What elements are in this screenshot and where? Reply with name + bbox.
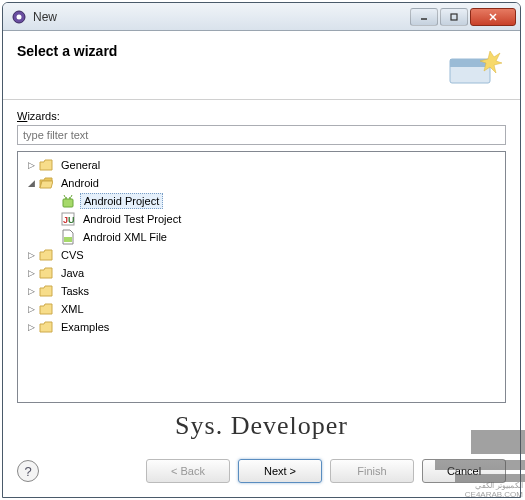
tree-item-cvs[interactable]: ▷ CVS (20, 246, 503, 264)
tree-item-android-project[interactable]: Android Project (20, 192, 503, 210)
expand-icon[interactable]: ▷ (24, 250, 38, 260)
window-title: New (33, 10, 410, 24)
finish-button[interactable]: Finish (330, 459, 414, 483)
tree-item-general[interactable]: ▷ General (20, 156, 503, 174)
tree-item-tasks[interactable]: ▷ Tasks (20, 282, 503, 300)
collapse-icon[interactable]: ◢ (24, 178, 38, 188)
window-controls (410, 8, 516, 26)
tree-label: Android XML File (80, 230, 170, 244)
help-button[interactable]: ? (17, 460, 39, 482)
tree-item-android[interactable]: ◢ Android (20, 174, 503, 192)
titlebar[interactable]: New (3, 3, 520, 31)
folder-icon (38, 157, 54, 173)
svg-rect-3 (451, 14, 457, 20)
watermark-text: Sys. Developer (17, 403, 506, 445)
xml-file-icon (60, 229, 76, 245)
svg-point-10 (69, 197, 71, 199)
wizards-label: Wizards: (17, 110, 506, 122)
android-project-icon (60, 193, 76, 209)
tree-label: Tasks (58, 284, 92, 298)
folder-icon (38, 301, 54, 317)
minimize-button[interactable] (410, 8, 438, 26)
wizard-banner-icon (442, 43, 506, 91)
folder-icon (38, 319, 54, 335)
cancel-button[interactable]: Cancel (422, 459, 506, 483)
expand-icon[interactable]: ▷ (24, 268, 38, 278)
filter-input[interactable] (17, 125, 506, 145)
wizard-tree[interactable]: ▷ General ◢ Android Android Project JU A… (17, 151, 506, 403)
tree-item-java[interactable]: ▷ Java (20, 264, 503, 282)
tree-label: Android Test Project (80, 212, 184, 226)
svg-rect-8 (63, 199, 73, 207)
tree-label: Examples (58, 320, 112, 334)
tree-label: Java (58, 266, 87, 280)
back-button[interactable]: < Back (146, 459, 230, 483)
expand-icon[interactable]: ▷ (24, 322, 38, 332)
svg-rect-14 (64, 237, 72, 242)
folder-open-icon (38, 175, 54, 191)
junit-icon: JU (60, 211, 76, 227)
tree-item-android-xml[interactable]: Android XML File (20, 228, 503, 246)
svg-text:U: U (68, 215, 75, 225)
expand-icon[interactable]: ▷ (24, 286, 38, 296)
close-button[interactable] (470, 8, 516, 26)
tree-label: Android (58, 176, 102, 190)
dialog-header: Select a wizard (3, 31, 520, 100)
folder-icon (38, 247, 54, 263)
app-icon (11, 9, 27, 25)
tree-item-xml[interactable]: ▷ XML (20, 300, 503, 318)
folder-icon (38, 283, 54, 299)
svg-point-9 (65, 197, 67, 199)
dialog-content: Wizards: ▷ General ◢ Android Android Pro… (3, 100, 520, 449)
maximize-button[interactable] (440, 8, 468, 26)
expand-icon[interactable]: ▷ (24, 160, 38, 170)
tree-label: CVS (58, 248, 87, 262)
tree-label: General (58, 158, 103, 172)
button-bar: ? < Back Next > Finish Cancel (3, 449, 520, 497)
tree-item-examples[interactable]: ▷ Examples (20, 318, 503, 336)
expand-icon[interactable]: ▷ (24, 304, 38, 314)
folder-icon (38, 265, 54, 281)
tree-item-android-test[interactable]: JU Android Test Project (20, 210, 503, 228)
svg-point-1 (17, 14, 22, 19)
tree-label-selected: Android Project (80, 193, 163, 209)
dialog-window: New Select a wizard Wizards: ▷ General (2, 2, 521, 498)
next-button[interactable]: Next > (238, 459, 322, 483)
tree-label: XML (58, 302, 87, 316)
page-title: Select a wizard (17, 43, 442, 59)
